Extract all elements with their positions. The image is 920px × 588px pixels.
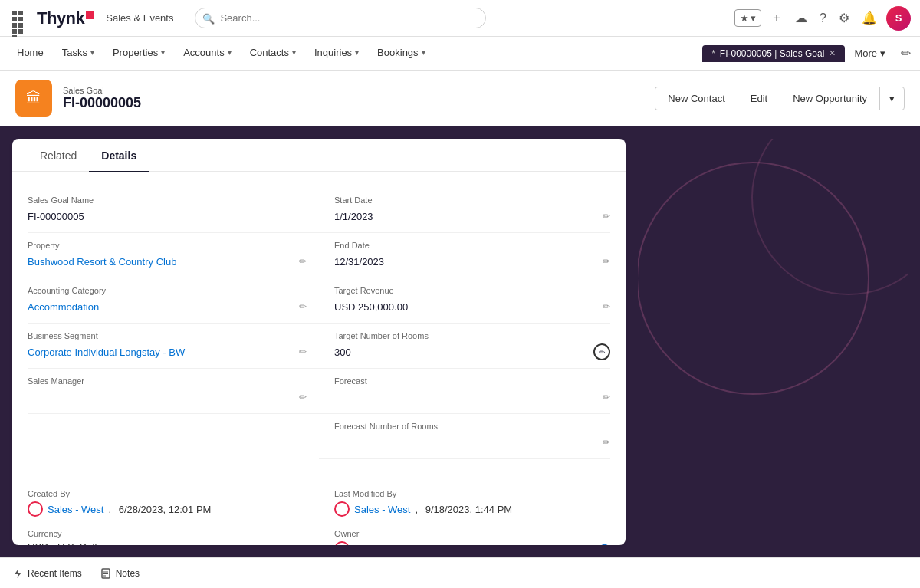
bg-circles — [638, 139, 908, 545]
field-value-forecast: ✏ — [334, 389, 610, 406]
main-content: Related Details Sales Goal Name FI-00000… — [0, 126, 920, 557]
field-sales-manager: Sales Manager ✏ — [28, 369, 319, 414]
grid-menu-button[interactable] — [9, 8, 37, 29]
plus-icon: ＋ — [770, 10, 783, 26]
favorites-button[interactable]: ★ ▾ — [734, 9, 761, 27]
edit-accounting-category-icon[interactable]: ✏ — [299, 301, 307, 312]
nav-accounts[interactable]: Accounts ▾ — [176, 37, 238, 71]
chevron-down-icon: ▾ — [422, 48, 426, 57]
cloud-icon-button[interactable]: ☁ — [792, 8, 810, 28]
edit-button[interactable]: Edit — [738, 87, 780, 110]
details-grid: Sales Goal Name FI-00000005 Start Date 1… — [12, 172, 626, 475]
logo: Thynk — [37, 8, 94, 28]
nav-properties[interactable]: Properties ▾ — [105, 37, 172, 71]
field-accounting-category: Accounting Category Accommodation ✏ — [28, 278, 319, 324]
edit-target-revenue-icon[interactable]: ✏ — [603, 301, 610, 312]
last-modified-avatar — [334, 501, 350, 517]
meta-label-owner: Owner — [334, 529, 610, 538]
meta-currency: Currency USD - U.S. Dollar ✏ — [28, 523, 319, 545]
field-label-target-rooms: Target Number of Rooms — [334, 331, 610, 340]
edit-owner-icon[interactable]: 👤 — [599, 544, 610, 545]
edit-start-date-icon[interactable]: ✏ — [603, 211, 610, 222]
meta-owner: Owner Sales - West 👤 — [319, 523, 610, 545]
edit-business-segment-icon[interactable]: ✏ — [299, 347, 307, 357]
field-property: Property Bushwood Resort & Country Club … — [28, 233, 319, 278]
lightning-icon — [12, 568, 23, 579]
close-tab-icon[interactable]: ✕ — [829, 48, 836, 58]
field-label-target-revenue: Target Revenue — [334, 286, 610, 295]
field-value-business-segment[interactable]: Corporate Individual Longstay - BW ✏ — [28, 343, 307, 360]
meta-created-by: Created By Sales - West , 6/28/2023, 12:… — [28, 483, 319, 523]
notes-button[interactable]: Notes — [100, 568, 140, 579]
field-value-forecast-rooms: ✏ — [334, 434, 610, 451]
field-label-forecast: Forecast — [334, 376, 610, 386]
nav-home[interactable]: Home — [9, 37, 51, 71]
new-opportunity-button[interactable]: New Opportunity — [780, 87, 879, 110]
edit-target-rooms-circle[interactable]: ✏ — [593, 343, 610, 360]
help-button[interactable]: ? — [816, 8, 830, 28]
background-decoration — [638, 139, 908, 545]
field-end-date: End Date 12/31/2023 ✏ — [319, 233, 610, 278]
tab-details[interactable]: Details — [89, 139, 149, 172]
record-type-icon: 🏛 — [15, 80, 52, 117]
chevron-down-icon: ▾ — [90, 48, 94, 57]
field-start-date: Start Date 1/1/2023 ✏ — [319, 188, 610, 233]
field-value-start-date: 1/1/2023 ✏ — [334, 208, 610, 225]
field-label-end-date: End Date — [334, 241, 610, 250]
edit-pencil-icon[interactable]: ✏ — [901, 46, 911, 61]
meta-value-last-modified: Sales - West , 9/18/2023, 1:44 PM — [334, 501, 610, 517]
field-value-target-rooms: 300 ✏ — [334, 343, 610, 360]
app-label: Sales & Events — [106, 12, 173, 24]
field-business-segment: Business Segment Corporate Individual Lo… — [28, 324, 319, 369]
chevron-down-icon: ▾ — [161, 48, 165, 57]
record-subtitle: Sales Goal — [63, 86, 141, 95]
new-contact-button[interactable]: New Contact — [655, 87, 737, 110]
field-value-property[interactable]: Bushwood Resort & Country Club ✏ — [28, 253, 307, 270]
notes-icon — [100, 568, 111, 579]
meta-value-owner: Sales - West 👤 — [334, 541, 610, 545]
search-container: 🔍 — [195, 8, 486, 28]
more-button[interactable]: More ▾ — [848, 44, 892, 62]
edit-forecast-rooms-icon[interactable]: ✏ — [603, 437, 610, 448]
field-empty-left — [28, 414, 319, 459]
meta-last-modified: Last Modified By Sales - West , 9/18/202… — [319, 483, 610, 523]
bell-icon: 🔔 — [862, 11, 877, 25]
record-tabs: Related Details — [12, 139, 626, 172]
notifications-button[interactable]: 🔔 — [859, 8, 880, 28]
tab-related[interactable]: Related — [28, 139, 89, 172]
cloud-icon: ☁ — [795, 11, 807, 25]
actions-dropdown-button[interactable]: ▾ — [879, 87, 905, 110]
nav-bookings[interactable]: Bookings ▾ — [370, 37, 432, 71]
edit-sales-manager-icon[interactable]: ✏ — [299, 392, 307, 402]
field-label-sales-goal-name: Sales Goal Name — [28, 195, 307, 205]
menu-bar: Home Tasks ▾ Properties ▾ Accounts ▾ Con… — [0, 37, 920, 71]
field-label-business-segment: Business Segment — [28, 331, 307, 340]
nav-inquiries[interactable]: Inquiries ▾ — [307, 37, 366, 71]
settings-button[interactable]: ⚙ — [836, 8, 853, 28]
edit-forecast-icon[interactable]: ✏ — [603, 392, 610, 402]
nav-contacts[interactable]: Contacts ▾ — [242, 37, 304, 71]
recent-items-button[interactable]: Recent Items — [12, 568, 82, 579]
edit-property-icon[interactable]: ✏ — [299, 256, 307, 267]
active-tab[interactable]: FI-00000005 | Sales Goal ✕ — [702, 45, 845, 62]
user-avatar[interactable]: S — [886, 6, 911, 31]
field-target-rooms: Target Number of Rooms 300 ✏ — [319, 324, 610, 369]
nav-actions: ★ ▾ ＋ ☁ ? ⚙ 🔔 S — [734, 6, 911, 31]
field-label-accounting-category: Accounting Category — [28, 286, 307, 295]
edit-currency-icon[interactable]: ✏ — [117, 542, 124, 546]
meta-label-currency: Currency — [28, 529, 319, 538]
record-title: FI-00000005 — [63, 95, 141, 111]
created-by-user-link[interactable]: Sales - West — [48, 504, 104, 515]
nav-tasks[interactable]: Tasks ▾ — [54, 37, 102, 71]
field-value-end-date: 12/31/2023 ✏ — [334, 253, 610, 270]
field-value-accounting-category[interactable]: Accommodation ✏ — [28, 298, 307, 315]
add-button[interactable]: ＋ — [767, 7, 786, 29]
owner-user-link[interactable]: Sales - West — [354, 544, 410, 546]
field-sales-goal-name: Sales Goal Name FI-00000005 — [28, 188, 319, 233]
created-by-date-value: 6/28/2023, 12:01 PM — [119, 504, 212, 515]
chevron-down-icon: ▾ — [751, 12, 756, 24]
last-modified-user-link[interactable]: Sales - West — [354, 504, 410, 515]
edit-end-date-icon[interactable]: ✏ — [603, 256, 610, 267]
chevron-down-icon: ▾ — [355, 48, 359, 57]
search-input[interactable] — [195, 8, 486, 28]
